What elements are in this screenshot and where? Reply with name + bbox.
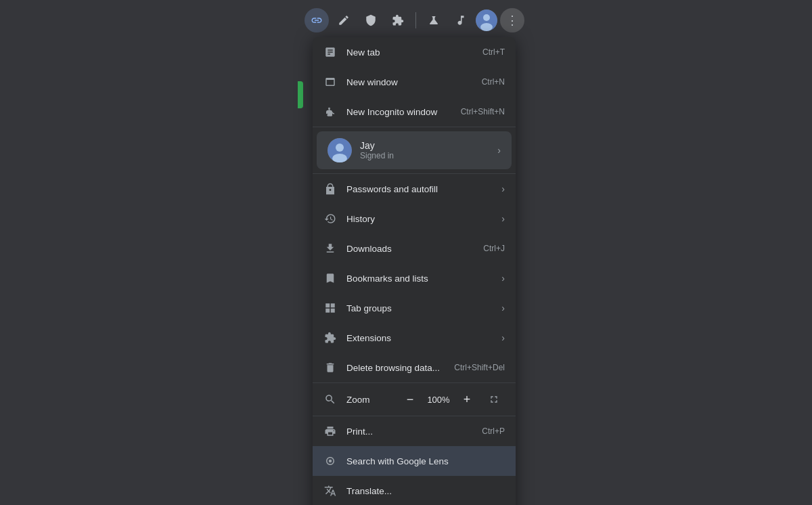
toolbar: ⋮ — [298, 0, 812, 41]
bookmarks-arrow: › — [501, 273, 505, 284]
lab-icon[interactable] — [422, 8, 446, 32]
passwords-arrow: › — [501, 183, 505, 194]
new-tab-icon — [323, 45, 337, 59]
profile-section: Jay Signed in › — [313, 131, 516, 174]
bookmarks-icon — [323, 271, 337, 285]
dropdown-menu: New tab Ctrl+T New window Ctrl+N New Inc… — [313, 37, 516, 505]
edit-icon[interactable] — [332, 8, 356, 32]
new-tab-label: New tab — [346, 47, 482, 58]
translate-icon — [323, 484, 337, 498]
zoom-decrease-button[interactable]: − — [399, 389, 421, 410]
svg-point-4 — [336, 144, 344, 152]
zoom-increase-button[interactable]: + — [456, 389, 478, 410]
profile-avatar — [328, 138, 352, 162]
toolbar-divider — [415, 12, 416, 28]
print-label: Print... — [346, 426, 482, 437]
tools-section: Print... Ctrl+P Search with Google Lens … — [313, 416, 516, 505]
new-incognito-item[interactable]: New Incognito window Ctrl+Shift+N — [313, 97, 516, 127]
history-icon — [323, 212, 337, 225]
history-arrow: › — [501, 213, 505, 224]
history-item[interactable]: History › — [313, 204, 516, 234]
new-tabs-section: New tab Ctrl+T New window Ctrl+N New Inc… — [313, 37, 516, 127]
google-lens-label: Search with Google Lens — [346, 456, 505, 466]
print-icon — [323, 424, 337, 438]
passwords-icon — [323, 182, 337, 196]
svg-point-6 — [329, 460, 332, 463]
zoom-item: Zoom − 100% + — [313, 383, 516, 416]
extensions-item[interactable]: Extensions › — [313, 323, 516, 353]
bookmarks-item[interactable]: Bookmarks and lists › — [313, 263, 516, 293]
google-lens-icon — [323, 454, 337, 468]
downloads-icon — [323, 242, 337, 255]
new-window-item[interactable]: New window Ctrl+N — [313, 67, 516, 97]
delete-browsing-shortcut: Ctrl+Shift+Del — [454, 363, 505, 372]
profile-status: Signed in — [360, 151, 492, 160]
tab-groups-item[interactable]: Tab groups › — [313, 293, 516, 323]
extensions-icon — [323, 331, 337, 345]
tab-groups-label: Tab groups — [346, 303, 496, 313]
delete-browsing-label: Delete browsing data... — [346, 363, 454, 373]
passwords-item[interactable]: Passwords and autofill › — [313, 174, 516, 204]
zoom-section: Zoom − 100% + — [313, 383, 516, 416]
zoom-value: 100% — [424, 395, 453, 405]
new-window-shortcut: Ctrl+N — [482, 77, 505, 87]
print-item[interactable]: Print... Ctrl+P — [313, 416, 516, 446]
shield-icon[interactable] — [359, 8, 383, 32]
profile-item[interactable]: Jay Signed in › — [317, 131, 512, 169]
delete-browsing-icon — [323, 361, 337, 374]
downloads-item[interactable]: Downloads Ctrl+J — [313, 234, 516, 263]
avatar[interactable] — [476, 9, 497, 31]
new-tab-item[interactable]: New tab Ctrl+T — [313, 37, 516, 67]
browser-features-section: Passwords and autofill › History › Downl… — [313, 174, 516, 383]
svg-point-2 — [480, 23, 493, 31]
downloads-label: Downloads — [346, 244, 483, 254]
passwords-label: Passwords and autofill — [346, 184, 496, 194]
translate-item[interactable]: Translate... — [313, 476, 516, 505]
new-incognito-icon — [323, 105, 337, 118]
new-incognito-shortcut: Ctrl+Shift+N — [461, 107, 505, 116]
print-shortcut: Ctrl+P — [482, 426, 505, 436]
extensions-label: Extensions — [346, 333, 496, 343]
delete-browsing-item[interactable]: Delete browsing data... Ctrl+Shift+Del — [313, 353, 516, 382]
downloads-shortcut: Ctrl+J — [483, 244, 505, 253]
translate-label: Translate... — [346, 486, 505, 496]
new-incognito-label: New Incognito window — [346, 107, 461, 117]
extension-icon[interactable] — [386, 8, 410, 32]
link-icon[interactable] — [304, 8, 329, 32]
new-tab-shortcut: Ctrl+T — [482, 47, 505, 57]
profile-arrow: › — [497, 145, 501, 156]
media-icon[interactable] — [449, 8, 473, 32]
zoom-icon — [323, 393, 337, 406]
tab-indicator — [298, 81, 303, 108]
zoom-label: Zoom — [346, 395, 399, 405]
history-label: History — [346, 214, 496, 224]
tab-groups-icon — [323, 301, 337, 315]
profile-info: Jay Signed in — [360, 140, 492, 160]
svg-point-1 — [483, 14, 490, 21]
new-window-label: New window — [346, 77, 482, 87]
google-lens-item[interactable]: Search with Google Lens — [313, 446, 516, 476]
zoom-fullscreen-button[interactable] — [483, 389, 505, 410]
zoom-controls: − 100% + — [399, 389, 505, 410]
profile-name: Jay — [360, 140, 492, 151]
tab-groups-arrow: › — [501, 303, 505, 313]
more-options-button[interactable]: ⋮ — [500, 8, 524, 32]
extensions-arrow: › — [501, 332, 505, 343]
new-window-icon — [323, 75, 337, 89]
bookmarks-label: Bookmarks and lists — [346, 273, 496, 284]
